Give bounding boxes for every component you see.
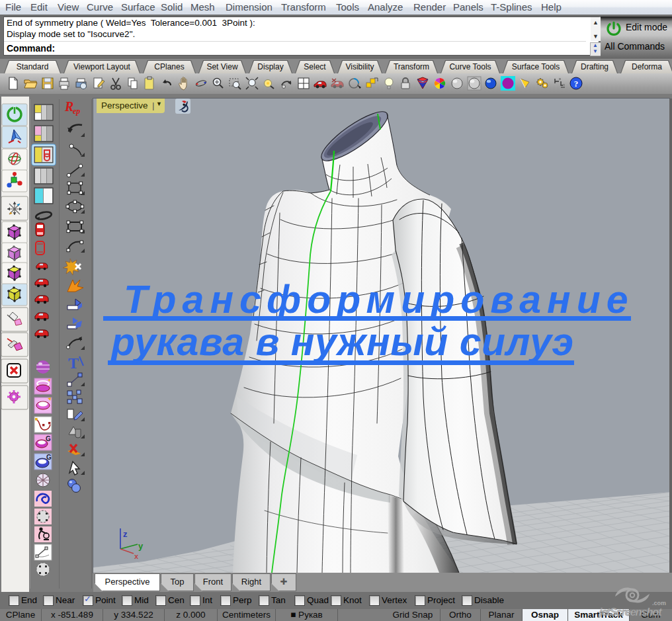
svg-text:z: z [123, 529, 128, 539]
svg-text:jetScreenshot: jetScreenshot [598, 606, 663, 618]
svg-text:x: x [134, 552, 139, 560]
svg-text:ep: ep [73, 106, 80, 116]
svg-text:.com: .com [652, 600, 666, 606]
svg-text:G: G [46, 435, 51, 442]
svg-text:G: G [46, 454, 52, 461]
svg-text:y: y [138, 541, 144, 551]
svg-text:T: T [68, 354, 79, 372]
svg-text:?: ? [574, 79, 579, 89]
